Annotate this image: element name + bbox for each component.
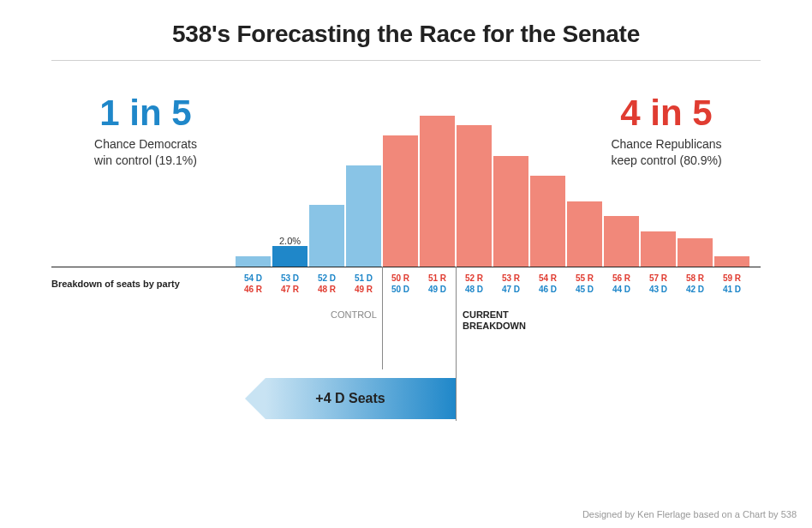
x-axis-line [51,267,761,267]
current-ref-l2: BREAKDOWN [463,321,526,331]
bar [420,116,455,267]
x-tick: 51 R49 D [420,273,455,295]
bar [383,135,418,267]
arrow-text: +4 D Seats [245,391,456,406]
x-tick: 59 R41 D [714,273,749,295]
control-ref-line [382,267,383,369]
bar [714,256,749,267]
bar [493,156,528,267]
axis-label: Breakdown of seats by party [51,279,180,289]
bar [346,165,381,267]
x-tick: 53 R47 D [493,273,528,295]
x-tick: 53 D47 R [272,273,307,295]
x-tick: 50 R50 D [383,273,418,295]
current-ref-l1: CURRENT [463,309,509,320]
credit-line: Designed by Ken Flerlage based on a Char… [582,509,797,519]
x-tick: 54 R46 D [530,273,565,295]
rule [51,60,761,61]
bar [530,176,565,267]
bar [236,256,271,267]
bar: 2.0% [272,246,307,267]
x-tick: 51 D49 R [346,273,381,295]
x-tick: 54 D46 R [236,273,271,295]
bar [457,125,492,267]
x-tick: 56 R44 D [604,273,639,295]
page-title: 538's Forecasting the Race for the Senat… [0,0,812,60]
bar [604,216,639,267]
bar-chart: 2.0% [236,95,749,267]
bar-value-label: 2.0% [279,236,301,246]
current-ref-label: CURRENT BREAKDOWN [463,309,526,332]
bar [567,201,602,267]
x-axis-labels: 54 D46 R53 D47 R52 D48 R51 D49 R50 R50 D… [236,273,749,295]
dem-odds-big: 1 in 5 [51,95,240,131]
control-ref-label: CONTROL [331,309,377,321]
dem-odds-line1: Chance Democrats [51,136,240,153]
x-tick: 55 R45 D [567,273,602,295]
x-tick: 52 D48 R [309,273,344,295]
dem-callout: 1 in 5 Chance Democrats win control (19.… [51,95,240,169]
bar [641,231,676,267]
bar [309,205,344,267]
bar [678,238,713,267]
dem-odds-line2: win control (19.1%) [51,153,240,169]
x-tick: 52 R48 D [457,273,492,295]
x-tick: 58 R42 D [678,273,713,295]
x-tick: 57 R43 D [641,273,676,295]
chart-canvas: 1 in 5 Chance Democrats win control (19.… [51,69,761,464]
shift-arrow: +4 D Seats [245,378,456,419]
current-ref-line [456,267,457,421]
bars-container: 2.0% [236,95,749,267]
